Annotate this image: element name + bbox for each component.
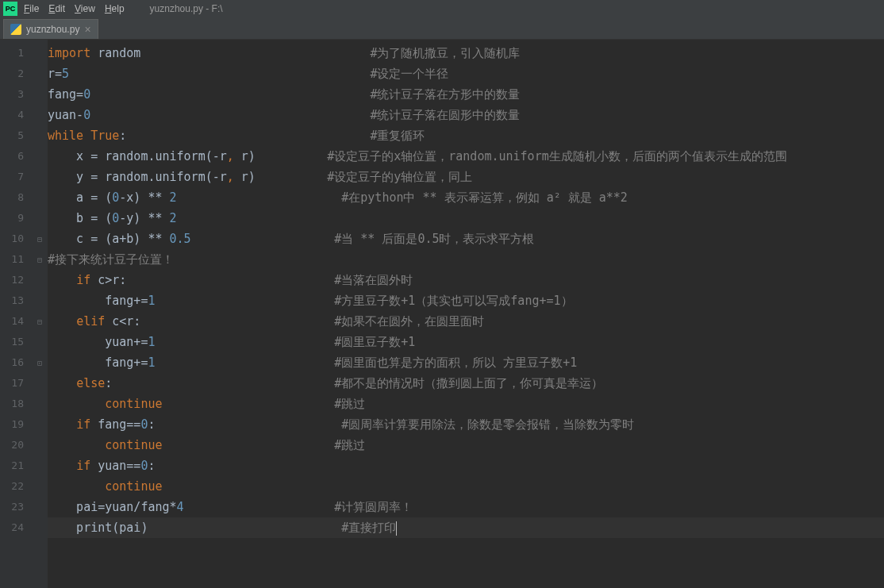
line-number: 9 (0, 208, 32, 229)
line-number: 2 (0, 63, 32, 84)
fold-marker[interactable]: ⊡ (32, 352, 48, 373)
fold-marker (32, 125, 48, 146)
code-line[interactable]: yuan-0 #统计豆子落在圆形中的数量 (48, 105, 884, 125)
code-line[interactable]: b = (0-y) ** 2 (48, 208, 884, 229)
tabbar: yuznzhou.py × (0, 17, 884, 40)
fold-marker (32, 332, 48, 352)
line-gutter: 123456789101112131415161718192021222324 (0, 40, 32, 588)
code-line[interactable]: #接下来统计豆子位置！ (48, 249, 884, 270)
code-line[interactable]: if yuan==0: (48, 455, 884, 476)
line-number: 19 (0, 414, 32, 435)
code-line[interactable]: import random #为了随机撒豆，引入随机库 (48, 43, 884, 63)
line-number: 12 (0, 270, 32, 290)
fold-marker (32, 435, 48, 455)
fold-marker (32, 455, 48, 476)
line-number: 6 (0, 146, 32, 167)
menubar: PC File Edit View Help yuznzhou.py - F:\ (0, 0, 884, 17)
window-path: yuznzhou.py - F:\ (150, 3, 223, 14)
line-number: 17 (0, 373, 32, 394)
code-line[interactable]: print(pai) #直接打印 (48, 517, 884, 538)
line-number: 20 (0, 435, 32, 455)
fold-marker[interactable]: ⊟ (32, 229, 48, 249)
fold-column: ⊟⊟⊟⊡ (32, 40, 48, 588)
line-number: 11 (0, 249, 32, 270)
fold-marker (32, 394, 48, 414)
editor[interactable]: 123456789101112131415161718192021222324 … (0, 40, 884, 588)
code-line[interactable]: if fang==0: #圆周率计算要用除法，除数是零会报错，当除数为零时 (48, 414, 884, 435)
line-number: 18 (0, 394, 32, 414)
code-line[interactable]: yuan+=1 #圆里豆子数+1 (48, 332, 884, 352)
fold-marker (32, 146, 48, 167)
fold-marker (32, 187, 48, 208)
code-line[interactable]: fang=0 #统计豆子落在方形中的数量 (48, 84, 884, 105)
menu-help[interactable]: Help (105, 3, 125, 14)
code-line[interactable]: continue #跳过 (48, 394, 884, 414)
tab-close-icon[interactable]: × (84, 23, 90, 36)
tab-label: yuznzhou.py (26, 24, 79, 35)
fold-marker (32, 270, 48, 290)
fold-marker (32, 517, 48, 538)
code-line[interactable]: else: #都不是的情况时（撒到圆上面了，你可真是幸运） (48, 373, 884, 394)
menu-view[interactable]: View (75, 3, 95, 14)
line-number: 10 (0, 229, 32, 249)
code-line[interactable]: fang+=1 #方里豆子数+1（其实也可以写成fang+=1） (48, 290, 884, 311)
fold-marker (32, 167, 48, 187)
code-line[interactable]: pai=yuan/fang*4 #计算圆周率！ (48, 497, 884, 517)
code-line[interactable]: a = (0-x) ** 2 #在python中 ** 表示幂运算，例如 a² … (48, 187, 884, 208)
line-number: 1 (0, 43, 32, 63)
python-file-icon (10, 24, 21, 35)
line-number: 7 (0, 167, 32, 187)
fold-marker (32, 497, 48, 517)
fold-marker (32, 105, 48, 125)
line-number: 22 (0, 476, 32, 497)
text-caret (396, 521, 397, 536)
fold-marker (32, 63, 48, 84)
code-line[interactable]: c = (a+b) ** 0.5 #当 ** 后面是0.5时，表示求平方根 (48, 229, 884, 249)
code-line[interactable]: elif c<r: #如果不在圆外，在圆里面时 (48, 311, 884, 332)
line-number: 15 (0, 332, 32, 352)
fold-marker (32, 414, 48, 435)
code-line[interactable]: continue (48, 476, 884, 497)
line-number: 14 (0, 311, 32, 332)
line-number: 5 (0, 125, 32, 146)
fold-marker (32, 84, 48, 105)
line-number: 13 (0, 290, 32, 311)
fold-marker (32, 476, 48, 497)
tab-yuznzhou[interactable]: yuznzhou.py × (3, 19, 98, 39)
code-line[interactable]: if c>r: #当落在圆外时 (48, 270, 884, 290)
fold-marker (32, 373, 48, 394)
menu-file[interactable]: File (24, 3, 39, 14)
code-line[interactable]: while True: #重复循环 (48, 125, 884, 146)
code-line[interactable]: y = random.uniform(-r, r) #设定豆子的y轴位置，同上 (48, 167, 884, 187)
line-number: 8 (0, 187, 32, 208)
line-number: 24 (0, 517, 32, 538)
line-number: 3 (0, 84, 32, 105)
fold-marker[interactable]: ⊟ (32, 249, 48, 270)
menu-edit[interactable]: Edit (48, 3, 65, 14)
code-line[interactable]: x = random.uniform(-r, r) #设定豆子的x轴位置，ran… (48, 146, 884, 167)
ide-logo: PC (3, 2, 17, 16)
line-number: 21 (0, 455, 32, 476)
fold-marker (32, 43, 48, 63)
code-area[interactable]: import random #为了随机撒豆，引入随机库r=5 #设定一个半径fa… (48, 40, 884, 588)
line-number: 4 (0, 105, 32, 125)
fold-marker (32, 290, 48, 311)
code-line[interactable]: fang+=1 #圆里面也算是方的面积，所以 方里豆子数+1 (48, 352, 884, 373)
line-number: 23 (0, 497, 32, 517)
code-line[interactable]: r=5 #设定一个半径 (48, 63, 884, 84)
code-line[interactable]: continue #跳过 (48, 435, 884, 455)
fold-marker (32, 208, 48, 229)
fold-marker[interactable]: ⊟ (32, 311, 48, 332)
line-number: 16 (0, 352, 32, 373)
